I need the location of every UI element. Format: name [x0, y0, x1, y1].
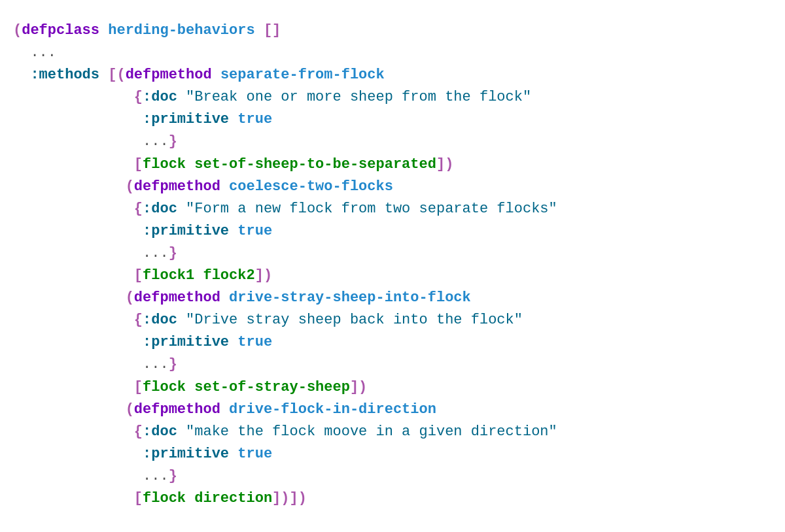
brackets-token: []: [264, 22, 281, 39]
method-name-token: drive-stray-sheep-into-flock: [229, 290, 471, 306]
keyword-defpclass-token: defpclass: [22, 22, 99, 39]
dots-token: ...: [143, 245, 169, 261]
keyword-primitive-token: :primitive: [143, 334, 229, 350]
code-line: :primitive true: [13, 331, 772, 354]
normal-token: [13, 111, 143, 127]
code-editor: (defpclass herding-behaviors [] ... :met…: [13, 20, 772, 510]
paren-token: (: [126, 290, 134, 306]
brackets-token: ]: [350, 379, 358, 395]
keyword-methods-token: :methods: [30, 67, 99, 83]
brackets-token: [: [108, 67, 116, 83]
brackets-token: }: [169, 245, 177, 261]
normal-token: [13, 446, 143, 462]
code-line: ...}: [13, 242, 772, 265]
keyword-defpmethod-token: defpmethod: [134, 178, 220, 195]
normal-token: [13, 468, 143, 484]
brackets-token: ]: [272, 490, 281, 507]
paren-token: (: [126, 401, 134, 418]
symbol-token: set-of-sheep-to-be-separated: [194, 156, 436, 173]
brackets-token: {: [134, 201, 143, 217]
normal-token: [186, 156, 194, 173]
brackets-token: }: [169, 356, 177, 373]
normal-token: [13, 201, 134, 217]
brackets-token: {: [134, 89, 143, 105]
paren-token: ): [281, 490, 289, 507]
code-line: :methods [(defpmethod separate-from-floc…: [13, 64, 772, 86]
normal-token: [186, 379, 194, 395]
symbol-token: set-of-stray-sheep: [194, 379, 350, 395]
normal-token: [194, 267, 203, 284]
code-line: ...}: [13, 354, 772, 376]
symbol-token: flock: [143, 156, 186, 173]
normal-token: [13, 401, 126, 418]
code-line: ...: [13, 42, 772, 64]
paren-token: ): [264, 267, 272, 284]
keyword-doc-token: :doc: [143, 424, 177, 440]
code-line: [flock set-of-stray-sheep]): [13, 376, 772, 399]
string-token: "Form a new flock from two separate floc…: [186, 201, 557, 217]
normal-token: [13, 245, 143, 261]
code-line: {:doc "Drive stray sheep back into the f…: [13, 309, 772, 331]
dots-token: ...: [30, 44, 56, 61]
normal-token: [99, 67, 108, 83]
keyword-defpmethod-token: defpmethod: [134, 290, 220, 306]
symbol-token: flock: [143, 490, 186, 507]
brackets-token: {: [134, 312, 143, 328]
paren-token: (: [13, 22, 22, 39]
keyword-primitive-token: :primitive: [143, 446, 229, 462]
normal-token: [186, 490, 194, 507]
normal-token: [177, 89, 186, 105]
normal-token: [13, 89, 134, 105]
brackets-token: {: [134, 424, 143, 440]
method-name-token: drive-flock-in-direction: [229, 401, 436, 418]
string-token: "Break one or more sheep from the flock": [186, 89, 531, 105]
method-name-token: separate-from-flock: [220, 67, 385, 83]
normal-token: [13, 178, 126, 195]
keyword-defpmethod-token: defpmethod: [126, 67, 212, 83]
normal-token: [229, 446, 237, 462]
brackets-token: ]: [436, 156, 445, 173]
brackets-token: [: [134, 490, 143, 507]
code-line: ...}: [13, 131, 772, 153]
symbol-token: flock: [143, 379, 186, 395]
normal-token: [177, 312, 186, 328]
keyword-doc-token: :doc: [143, 312, 177, 328]
keyword-primitive-token: :primitive: [143, 223, 229, 239]
normal-token: [13, 44, 30, 61]
code-line: (defpmethod drive-flock-in-direction: [13, 399, 772, 421]
brackets-token: [: [134, 156, 143, 173]
normal-token: [13, 379, 134, 395]
literal-true-token: true: [237, 223, 272, 239]
brackets-token: }: [169, 133, 177, 150]
code-line: {:doc "Form a new flock from two separat…: [13, 198, 772, 220]
normal-token: [220, 401, 229, 418]
normal-token: [212, 67, 220, 83]
dots-token: ...: [143, 133, 169, 150]
paren-token: ): [298, 490, 307, 507]
dots-token: ...: [143, 356, 169, 373]
code-line: (defpmethod drive-stray-sheep-into-flock: [13, 287, 772, 309]
code-line: (defpclass herding-behaviors []: [13, 20, 772, 42]
keyword-doc-token: :doc: [143, 201, 177, 217]
dots-token: ...: [143, 468, 169, 484]
keyword-doc-token: :doc: [143, 89, 177, 105]
paren-token: (: [126, 178, 134, 195]
normal-token: [13, 356, 143, 373]
normal-token: [13, 267, 134, 284]
string-token: "make the flock moove in a given directi…: [186, 424, 557, 440]
normal-token: [229, 111, 237, 127]
paren-token: (: [116, 67, 125, 83]
literal-true-token: true: [237, 446, 272, 462]
normal-token: [13, 133, 143, 150]
brackets-token: }: [169, 468, 177, 484]
normal-token: [13, 223, 143, 239]
normal-token: [255, 22, 264, 39]
normal-token: [13, 312, 134, 328]
normal-token: [13, 290, 126, 306]
code-line: [flock direction])]): [13, 488, 772, 510]
normal-token: [13, 156, 134, 173]
code-line: {:doc "Break one or more sheep from the …: [13, 86, 772, 108]
normal-token: [99, 22, 108, 39]
literal-true-token: true: [237, 334, 272, 350]
paren-token: ): [358, 379, 367, 395]
